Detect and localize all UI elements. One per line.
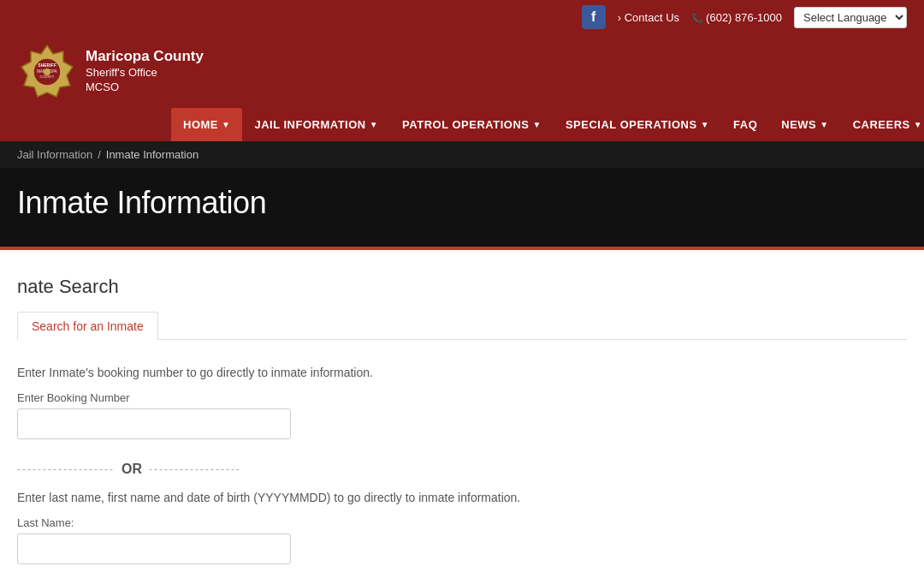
- breadcrumb-current: Inmate Information: [106, 148, 198, 161]
- tab-search-inmate[interactable]: Search for an Inmate: [17, 312, 158, 340]
- breadcrumb-parent[interactable]: Jail Information: [17, 148, 92, 161]
- patrol-caret: ▼: [533, 120, 542, 129]
- last-name-label: Last Name:: [17, 516, 907, 529]
- tab-container: Search for an Inmate: [17, 312, 907, 340]
- header: SHERIFF MARICOPA COUNTY Maricopa County …: [0, 34, 924, 108]
- or-text: OR: [121, 462, 142, 477]
- breadcrumb-bar: Jail Information / Inmate Information: [0, 141, 924, 168]
- search-form: Enter Inmate's booking number to go dire…: [17, 357, 907, 578]
- page-title: Inmate Information: [17, 185, 907, 221]
- or-left-line: -------------------: [17, 463, 115, 475]
- nav-item-news[interactable]: NEWS ▼: [769, 108, 840, 141]
- page-title-area: Inmate Information: [0, 168, 924, 250]
- facebook-icon[interactable]: f: [582, 5, 606, 29]
- nav-bar: HOME ▼ JAIL INFORMATION ▼ PATROL OPERATI…: [0, 108, 924, 141]
- logo-area: SHERIFF MARICOPA COUNTY Maricopa County …: [17, 41, 204, 108]
- nav-item-faq[interactable]: FAQ: [721, 108, 769, 141]
- org-title: Maricopa County: [86, 47, 204, 66]
- home-caret: ▼: [222, 120, 230, 129]
- booking-number-label: Enter Booking Number: [17, 391, 907, 404]
- breadcrumb-separator: /: [98, 148, 101, 161]
- nav-item-patrol-operations[interactable]: PATROL OPERATIONS ▼: [390, 108, 554, 141]
- svg-point-5: [44, 69, 50, 75]
- nav-item-home[interactable]: HOME ▼: [171, 108, 242, 141]
- top-bar-right: f Contact Us (602) 876-1000 Select Langu…: [582, 5, 907, 29]
- jail-caret: ▼: [370, 120, 378, 129]
- svg-text:SHERIFF: SHERIFF: [38, 63, 56, 68]
- language-select[interactable]: Select Language: [794, 7, 907, 28]
- news-caret: ▼: [820, 120, 828, 129]
- contact-link[interactable]: Contact Us: [618, 11, 679, 24]
- section-title: nate Search: [17, 276, 907, 298]
- nav-item-careers[interactable]: CAREERS ▼: [841, 108, 924, 141]
- sheriff-badge: SHERIFF MARICOPA COUNTY: [17, 41, 77, 101]
- or-right-line: ------------------: [149, 463, 241, 475]
- nav-item-special-operations[interactable]: SPECIAL OPERATIONS ▼: [554, 108, 721, 141]
- special-caret: ▼: [701, 120, 709, 129]
- main-content: nate Search Search for an Inmate Enter I…: [0, 250, 924, 578]
- last-name-input[interactable]: [17, 533, 291, 564]
- nav-item-jail-information[interactable]: JAIL INFORMATION ▼: [242, 108, 390, 141]
- org-subtitle: Sheriff's Office: [86, 66, 204, 80]
- phone-number: (602) 876-1000: [691, 11, 782, 24]
- top-bar: f Contact Us (602) 876-1000 Select Langu…: [0, 0, 924, 34]
- org-acronym: MCSO: [86, 80, 204, 95]
- booking-description: Enter Inmate's booking number to go dire…: [17, 366, 907, 379]
- org-name: Maricopa County Sheriff's Office MCSO: [86, 47, 204, 95]
- booking-number-input[interactable]: [17, 408, 291, 439]
- or-divider: ------------------- OR -----------------…: [17, 462, 907, 477]
- name-description: Enter last name, first name and date of …: [17, 491, 907, 504]
- careers-caret: ▼: [914, 120, 922, 129]
